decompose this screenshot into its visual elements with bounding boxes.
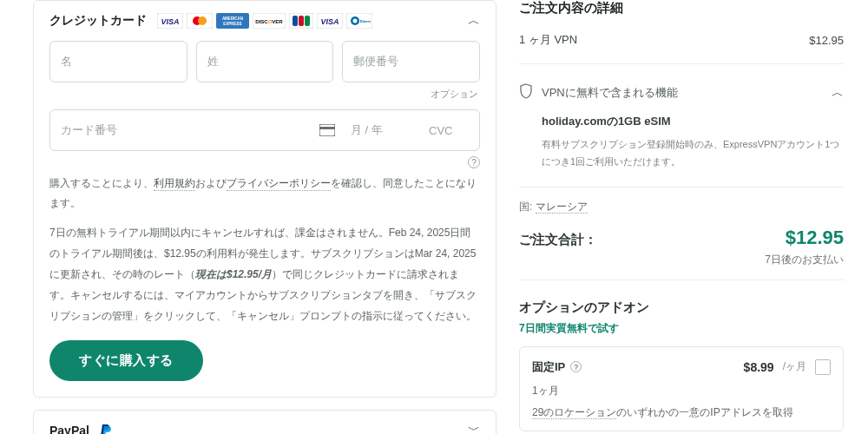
svg-rect-11 <box>293 16 298 26</box>
credit-card-header[interactable]: クレジットカード VISA AMERICANEXPRESS DISCOVER V… <box>34 1 496 41</box>
privacy-link[interactable]: プライバシーポリシー <box>227 177 331 191</box>
svg-text:Diners: Diners <box>360 19 372 23</box>
esim-desc: 有料サブスクリプション登録開始時のみ、ExpressVPNアカウント1つにつき1… <box>542 136 844 171</box>
card-icon <box>319 124 340 136</box>
included-features-toggle[interactable]: VPNに無料で含まれる機能 ︿ <box>519 76 844 108</box>
order-heading: ご注文内容の詳細 <box>519 0 844 16</box>
country-link[interactable]: マレーシア <box>536 201 588 214</box>
svg-rect-12 <box>299 16 304 26</box>
fine-print: 7日の無料トライアル期間以内にキャンセルすれば、課金はされません。Feb 24,… <box>49 222 480 326</box>
cvc-input[interactable]: CVC <box>418 112 479 149</box>
discover-logo: DISCOVER <box>253 13 286 29</box>
svg-rect-5 <box>216 13 249 29</box>
total-value: $12.95 <box>786 227 844 249</box>
amex-logo: AMERICANEXPRESS <box>216 13 249 29</box>
addon-checkbox[interactable] <box>815 359 831 375</box>
addons-trial: 7日間実質無料で試す <box>519 321 844 336</box>
visa-logo: VISA <box>157 13 183 29</box>
svg-text:EXPRESS: EXPRESS <box>223 22 241 26</box>
last-name-input[interactable]: 姓 <box>196 41 334 82</box>
svg-point-18 <box>353 19 358 23</box>
esim-title: holiday.comの1GB eSIM <box>542 114 844 129</box>
svg-rect-13 <box>305 16 310 26</box>
addon-price: $8.99 <box>744 360 774 374</box>
zip-input[interactable]: 郵便番号 <box>342 41 480 82</box>
card-number-input[interactable]: カード番号 <box>50 110 319 150</box>
total-label: ご注文合計： <box>519 232 597 248</box>
addon-name: 固定IP <box>532 359 565 375</box>
addon-locations-link[interactable]: 29のロケーション <box>532 406 616 419</box>
optional-label: オプション <box>49 88 478 101</box>
visa-logo-2: VISA <box>317 13 343 29</box>
credit-card-panel: クレジットカード VISA AMERICANEXPRESS DISCOVER V… <box>33 0 496 398</box>
country-row: 国: マレーシア <box>519 200 844 214</box>
addon-per: /ヶ月 <box>783 359 806 374</box>
addon-duration: 1ヶ月 <box>532 384 831 398</box>
svg-point-4 <box>198 16 207 25</box>
cvc-help-icon[interactable]: ? <box>468 156 480 168</box>
plan-label: 1 ヶ月 VPN <box>519 32 577 48</box>
cc-label: クレジットカード <box>49 13 147 29</box>
addons-heading: オプションのアドオン <box>519 299 844 316</box>
chevron-down-icon: ﹀ <box>468 423 480 434</box>
svg-text:VISA: VISA <box>161 17 179 26</box>
paypal-panel: PayPal ﹀ <box>33 410 496 434</box>
plan-price: $12.95 <box>809 34 844 47</box>
mastercard-logo <box>187 13 213 29</box>
svg-rect-20 <box>319 124 335 136</box>
legal-text: 購入することにより、利用規約およびプライバシーポリシーを確認し、同意したことにな… <box>49 174 480 214</box>
card-details-row[interactable]: カード番号 月 / 年 CVC <box>49 109 480 151</box>
svg-text:AMERICAN: AMERICAN <box>222 16 243 21</box>
paypal-header[interactable]: PayPal ﹀ <box>34 411 496 434</box>
diners-logo: Diners <box>346 13 372 29</box>
expiry-input[interactable]: 月 / 年 <box>340 110 418 150</box>
paypal-logo <box>100 424 112 434</box>
paypal-label: PayPal <box>49 424 89 434</box>
svg-text:VISA: VISA <box>320 17 339 26</box>
chevron-up-icon: ︿ <box>468 13 480 29</box>
shield-icon <box>519 83 533 102</box>
first-name-input[interactable]: 名 <box>49 41 187 82</box>
addon-help-icon[interactable]: ? <box>570 361 582 372</box>
buy-now-button[interactable]: すぐに購入する <box>49 340 203 381</box>
addon-dedicated-ip: 固定IP ? $8.99 /ヶ月 1ヶ月 29のロケーションのいずれかの一意のI… <box>519 346 844 431</box>
esim-block: holiday.comの1GB eSIM 有料サブスクリプション登録開始時のみ、… <box>519 108 844 174</box>
jcb-logo <box>289 13 313 29</box>
svg-rect-21 <box>319 127 335 129</box>
terms-link[interactable]: 利用規約 <box>154 177 195 191</box>
card-brand-logos: VISA AMERICANEXPRESS DISCOVER VISA Diner… <box>157 13 372 29</box>
chevron-up-icon: ︿ <box>832 85 844 101</box>
total-note: 7日後のお支払い <box>519 253 844 267</box>
svg-text:DISCOVER: DISCOVER <box>255 19 283 24</box>
